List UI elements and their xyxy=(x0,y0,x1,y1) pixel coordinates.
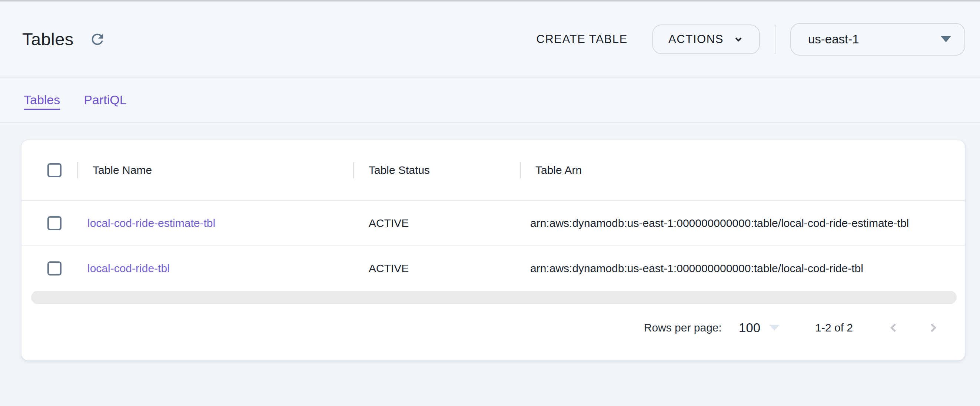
header-vertical-divider xyxy=(775,25,775,54)
prev-page-button[interactable] xyxy=(886,320,902,336)
row-checkbox-cell xyxy=(21,216,77,230)
create-table-button[interactable]: CREATE TABLE xyxy=(528,26,636,53)
chevron-left-icon xyxy=(888,321,900,334)
rows-per-page-caret-icon xyxy=(769,325,780,331)
horizontal-scrollbar-thumb[interactable] xyxy=(31,291,957,304)
caret-down-icon xyxy=(941,36,951,42)
page-title: Tables xyxy=(22,29,74,49)
app-root: Tables CREATE TABLE ACTIONS us-east-1 xyxy=(0,0,980,406)
column-header-table-status: Table Status xyxy=(353,164,520,176)
column-header-table-name: Table Name xyxy=(77,164,353,176)
table-status-cell: ACTIVE xyxy=(353,217,520,230)
table-row: local-cod-ride-estimate-tbl ACTIVE arn:a… xyxy=(21,200,965,245)
table-status-cell: ACTIVE xyxy=(353,262,520,275)
refresh-icon xyxy=(89,31,106,48)
chevron-down-icon xyxy=(733,34,744,45)
rows-per-page-value: 100 xyxy=(739,320,760,335)
table-name-link[interactable]: local-cod-ride-tbl xyxy=(88,262,170,274)
table-header-row: Table Name Table Status Table Arn xyxy=(21,140,965,200)
horizontal-scrollbar[interactable] xyxy=(31,291,957,304)
select-all-cell xyxy=(21,163,77,177)
tables-card: Table Name Table Status Table Arn local-… xyxy=(21,140,965,360)
next-page-button[interactable] xyxy=(925,320,941,336)
actions-button[interactable]: ACTIONS xyxy=(652,24,760,54)
table-name-cell: local-cod-ride-tbl xyxy=(77,262,353,275)
chevron-right-icon xyxy=(927,321,939,334)
pagination-bar: Rows per page: 100 1-2 of 2 xyxy=(21,320,965,336)
table-row: local-cod-ride-tbl ACTIVE arn:aws:dynamo… xyxy=(21,245,965,291)
table-arn-cell: arn:aws:dynamodb:us-east-1:000000000000:… xyxy=(520,262,965,275)
row-checkbox[interactable] xyxy=(48,216,62,230)
tab-partiql[interactable]: PartiQL xyxy=(83,91,127,109)
table-name-cell: local-cod-ride-estimate-tbl xyxy=(77,217,353,230)
tab-tables[interactable]: Tables xyxy=(23,91,61,109)
refresh-button[interactable] xyxy=(87,29,108,50)
actions-button-label: ACTIONS xyxy=(668,33,724,46)
tab-bar: Tables PartiQL xyxy=(0,77,980,123)
rows-per-page-label: Rows per page: xyxy=(644,321,722,334)
select-all-checkbox[interactable] xyxy=(48,163,62,177)
page-header: Tables CREATE TABLE ACTIONS us-east-1 xyxy=(0,2,980,77)
rows-per-page-select[interactable]: 100 xyxy=(739,320,780,335)
region-select-value: us-east-1 xyxy=(808,32,859,46)
row-checkbox-cell xyxy=(21,261,77,275)
region-select[interactable]: us-east-1 xyxy=(790,23,965,56)
table-arn-cell: arn:aws:dynamodb:us-east-1:000000000000:… xyxy=(520,217,965,230)
column-header-table-arn: Table Arn xyxy=(520,164,965,176)
header-actions: CREATE TABLE ACTIONS us-east-1 xyxy=(528,23,965,56)
table-name-link[interactable]: local-cod-ride-estimate-tbl xyxy=(88,217,215,229)
main-content: Table Name Table Status Table Arn local-… xyxy=(0,123,980,406)
pagination-range: 1-2 of 2 xyxy=(815,321,853,334)
row-checkbox[interactable] xyxy=(48,261,62,275)
